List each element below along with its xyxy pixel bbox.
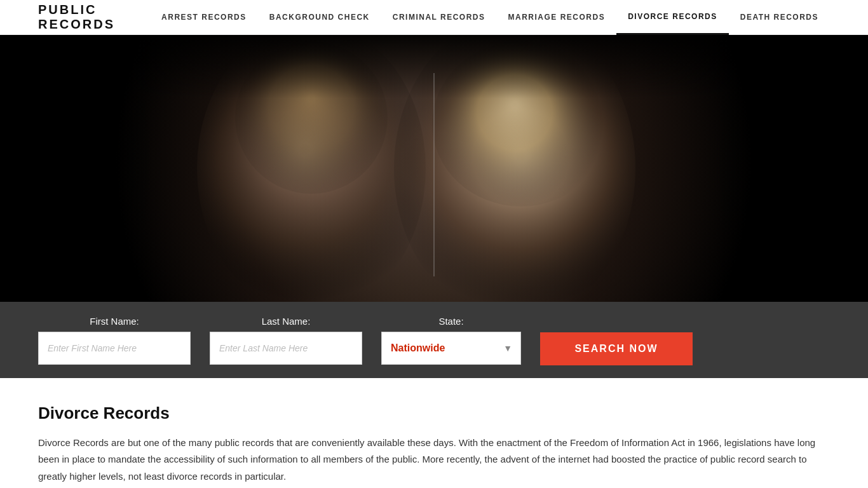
state-label: State: — [381, 316, 521, 327]
nav-item-death-records[interactable]: DEATH RECORDS — [729, 0, 830, 35]
first-name-group: First Name: — [38, 316, 191, 365]
main-content: Divorce Records Divorce Records are but … — [0, 378, 868, 488]
last-name-group: Last Name: — [210, 316, 362, 365]
content-heading: Divorce Records — [38, 403, 830, 423]
search-now-button[interactable]: SEARCH NOW — [540, 332, 693, 365]
nav-item-criminal-records[interactable]: CRIMINAL RECORDS — [381, 0, 497, 35]
hero-section — [0, 35, 868, 302]
content-paragraph-1: Divorce Records are but one of the many … — [38, 435, 830, 485]
hero-canvas — [0, 35, 868, 302]
search-section: First Name: Last Name: State: Nationwide… — [0, 302, 868, 378]
state-select[interactable]: NationwideAlabamaAlaskaArizonaArkansasCa… — [381, 332, 521, 365]
state-select-wrapper: NationwideAlabamaAlaskaArizonaArkansasCa… — [381, 332, 521, 365]
nav-item-arrest-records[interactable]: ARREST RECORDS — [150, 0, 258, 35]
last-name-label: Last Name: — [210, 316, 362, 327]
site-header: PUBLIC RECORDS ARREST RECORDSBACKGROUND … — [0, 0, 868, 35]
last-name-input[interactable] — [210, 332, 362, 365]
first-name-input[interactable] — [38, 332, 191, 365]
state-group: State: NationwideAlabamaAlaskaArizonaArk… — [381, 316, 521, 365]
first-name-label: First Name: — [38, 316, 191, 327]
nav-item-marriage-records[interactable]: MARRIAGE RECORDS — [497, 0, 617, 35]
nav-item-divorce-records[interactable]: DIVORCE RECORDS — [616, 0, 729, 35]
site-logo[interactable]: PUBLIC RECORDS — [38, 3, 150, 32]
main-nav: ARREST RECORDSBACKGROUND CHECKCRIMINAL R… — [150, 0, 830, 35]
nav-item-background-check[interactable]: BACKGROUND CHECK — [258, 0, 381, 35]
